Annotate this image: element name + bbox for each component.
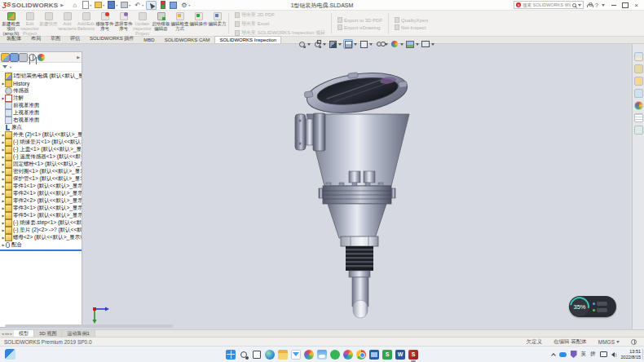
tree-item[interactable]: ▶ 原点	[0, 124, 82, 131]
taskbar-app-icon[interactable]	[304, 350, 314, 360]
tree-item[interactable]: ▶ 零件5<1> (默认<<默认>_显示状态	[0, 212, 82, 219]
ribbon-menu-item[interactable]: QualityXpert	[395, 17, 428, 23]
restore-button[interactable]	[620, 1, 630, 10]
quick-access-button[interactable]	[169, 1, 178, 10]
search-icon[interactable]	[572, 3, 576, 7]
display-manager-tab-icon[interactable]	[37, 54, 45, 61]
panel-tab-overflow-arrow[interactable]: ▶	[77, 55, 80, 60]
task-pane-icon[interactable]	[634, 52, 643, 61]
configuration-manager-tab-icon[interactable]	[20, 54, 27, 61]
tree-item[interactable]: ▶ (-) 温度传感器<1> (默认<<默认>_	[0, 153, 82, 161]
ribbon-button[interactable]: Update Inspection Project	[133, 11, 152, 36]
quick-access-button[interactable]	[94, 1, 105, 10]
ribbon-menu-item[interactable]: Net-Inspect	[395, 24, 428, 30]
taskbar-app-icon[interactable]: S	[408, 350, 418, 360]
view-toolbar-caret[interactable]	[369, 43, 373, 46]
view-toolbar-button[interactable]	[343, 39, 353, 49]
ribbon-button[interactable]: 新建快照	[39, 11, 58, 36]
view-toolbar-button[interactable]	[405, 39, 415, 49]
view-toolbar-caret[interactable]	[416, 43, 419, 46]
tree-item[interactable]: ▶ 零件2<2> (默认<<默认>_显示状态	[0, 197, 82, 205]
document-tab[interactable]: 运动算例1	[62, 330, 95, 337]
tree-item[interactable]: ▶ 注解	[0, 95, 82, 102]
taskbar-app-icon[interactable]	[226, 350, 236, 360]
view-toolbar-button[interactable]	[312, 39, 322, 49]
tree-item[interactable]: ▶ 零件3<1> (默认<<默认>_显示状态	[0, 205, 82, 212]
quick-access-button[interactable]	[146, 1, 157, 10]
taskbar-app-icon[interactable]	[317, 350, 327, 360]
ribbon-menu-item[interactable]: 导出至 2D PDF	[235, 11, 325, 19]
task-pane-icon[interactable]	[634, 101, 643, 110]
task-pane-icon[interactable]	[634, 64, 643, 73]
close-button[interactable]: ×	[631, 1, 642, 10]
screen-recorder-widget[interactable]: 35%	[569, 296, 616, 317]
taskbar-app-icon[interactable]	[278, 350, 288, 360]
ribbon-button[interactable]: 启动模板编辑器	[152, 11, 170, 36]
tree-item[interactable]: ▶ 外壳 (2)<1> (默认<<默认>_显示状	[0, 131, 82, 139]
quick-access-button[interactable]	[81, 1, 92, 10]
quick-access-button[interactable]	[120, 1, 131, 10]
thermocouple-assembly-model[interactable]	[269, 72, 432, 326]
command-tab[interactable]: SOLIDWORKS CAM	[160, 36, 215, 43]
search-input[interactable]: S 搜索 SOLIDWORKS 帮助	[514, 1, 584, 9]
view-toolbar-caret[interactable]	[354, 43, 357, 46]
view-toolbar-button[interactable]	[374, 39, 384, 49]
ribbon-button[interactable]: 编辑卖方	[208, 11, 227, 36]
feature-tree-tab-icon[interactable]	[2, 54, 9, 61]
view-toolbar-caret[interactable]	[338, 43, 342, 46]
tree-item[interactable]: ▶ 传感器	[0, 87, 82, 95]
view-toolbar-button[interactable]	[421, 39, 430, 49]
ribbon-button[interactable]: Add/Edit Balloons	[77, 11, 95, 36]
onedrive-icon[interactable]	[559, 352, 567, 357]
tree-item[interactable]: ▶ (-) 上盖<1> (默认<<默认>_显示状	[0, 146, 82, 153]
taskbar-app-icon[interactable]	[330, 350, 340, 360]
ribbon-button[interactable]: 编辑操作	[189, 11, 208, 36]
globe-icon[interactable]	[631, 339, 637, 345]
login-icon[interactable]	[587, 2, 592, 7]
tab-nav-arrows[interactable]: ◂◂▸▸	[0, 330, 14, 337]
command-tab[interactable]: MBD	[139, 36, 159, 43]
ribbon-button[interactable]: 移除零件序号	[95, 11, 114, 36]
ime-language-indicator[interactable]: 英	[581, 351, 587, 358]
tree-item[interactable]: ▶ 固定螺栓<1> (默认<<默认>_显示	[0, 161, 82, 168]
task-pane-icon[interactable]	[634, 89, 643, 98]
view-toolbar-caret[interactable]	[385, 43, 388, 46]
ribbon-menu-item[interactable]: 导出至 Excel	[235, 20, 325, 28]
command-tab[interactable]: 评估	[65, 33, 85, 43]
view-toolbar-button[interactable]	[328, 39, 337, 49]
taskbar-app-icon[interactable]	[343, 350, 353, 360]
help-caret[interactable]	[602, 4, 605, 7]
view-toolbar-caret[interactable]	[431, 43, 434, 46]
tree-item[interactable]: ▶ 保护管<1> (默认<<默认>_显示状	[0, 175, 82, 183]
tree-item[interactable]: ▶ 上视基准面	[0, 109, 82, 117]
view-toolbar-caret[interactable]	[323, 43, 326, 46]
taskbar-app-icon[interactable]: W	[395, 350, 405, 360]
tree-item[interactable]: ▶ History	[0, 80, 82, 87]
ribbon-button[interactable]: Add Characteristic	[58, 11, 77, 36]
ribbon-button[interactable]: 新建检查项目 (amp;N)	[2, 11, 20, 36]
search-options-caret[interactable]	[578, 4, 581, 7]
tray-overflow-chevron-icon[interactable]	[551, 353, 556, 358]
tree-item[interactable]: ▶ (-) 绝缘垫片<1> (默认<<默认>_显	[0, 139, 82, 146]
command-tab[interactable]: 草图	[46, 33, 65, 43]
display-tray-icon[interactable]	[600, 351, 607, 357]
ribbon-menu-item[interactable]: Export to 3D PDF	[337, 17, 382, 23]
document-tab[interactable]: 模型	[14, 330, 34, 337]
tree-item[interactable]: ▶ 1型铠装热电偶 (默认<默认_显示状态-1	[0, 73, 82, 80]
view-toolbar-caret[interactable]	[400, 43, 404, 46]
recorder-button[interactable]	[597, 302, 607, 306]
filter-caret-icon[interactable]: ▼	[9, 65, 12, 69]
tree-item[interactable]: ▶ 密封圈<1> (默认<<默认>_显示状	[0, 168, 82, 175]
menu-flyout-arrow[interactable]: ▶	[60, 2, 64, 7]
taskbar-app-icon[interactable]	[291, 350, 301, 360]
zoom-level-badge[interactable]: 35%	[570, 297, 589, 316]
ribbon-menu-item[interactable]: Export eDrawing	[337, 24, 382, 30]
recorder-button[interactable]	[597, 308, 607, 312]
quick-access-button[interactable]	[107, 1, 118, 10]
task-pane-icon[interactable]	[634, 77, 643, 86]
command-tab[interactable]: 布局	[26, 33, 46, 43]
dimxpert-manager-tab-icon[interactable]	[29, 54, 36, 61]
quick-access-button[interactable]	[179, 1, 191, 10]
ime-mode-indicator[interactable]: 拼	[590, 351, 596, 358]
tree-item[interactable]: ▶ 配合	[0, 241, 82, 249]
